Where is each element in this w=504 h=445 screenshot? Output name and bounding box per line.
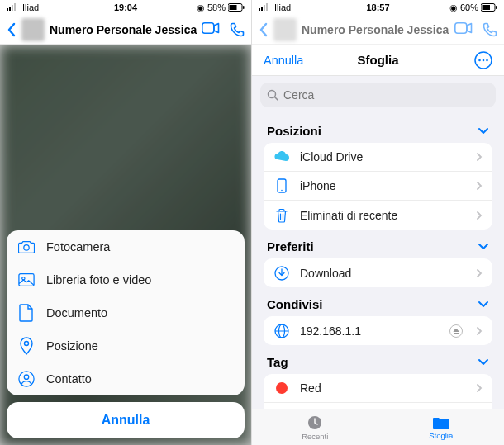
chevron-down-icon (478, 127, 489, 135)
tag-red[interactable]: Red (264, 374, 492, 403)
document-icon (18, 304, 35, 322)
chat-navbar: Numero Personale Jessica (0, 15, 251, 45)
svg-point-8 (24, 244, 29, 249)
attachment-sheet: Fotocamera Libreria foto e video Documen… (0, 224, 251, 445)
clock-icon (307, 414, 323, 431)
folder-icon (432, 415, 450, 430)
section-header-shared[interactable]: Condivisi (264, 287, 492, 316)
chevron-right-icon (476, 326, 483, 336)
section-header-tags[interactable]: Tag (264, 345, 492, 374)
search-field[interactable] (260, 83, 496, 107)
svg-rect-7 (202, 22, 214, 32)
chevron-right-icon (476, 211, 483, 220)
sheet-item-contact[interactable]: Contatto (7, 362, 245, 395)
section-header-favorites[interactable]: Preferiti (264, 230, 492, 258)
svg-line-27 (275, 97, 278, 101)
audio-call-button[interactable] (483, 22, 497, 37)
chevron-right-icon (476, 383, 483, 393)
location-iphone[interactable]: iPhone (264, 172, 492, 201)
svg-point-29 (281, 190, 283, 192)
file-browser-content[interactable]: Posizioni iCloud Drive iPhone Eliminati … (252, 76, 504, 409)
location-pin-icon (18, 337, 35, 355)
section-title: Condivisi (267, 297, 323, 311)
svg-point-23 (478, 59, 481, 61)
row-label: Red (300, 381, 466, 395)
more-button[interactable] (474, 51, 492, 69)
svg-point-25 (486, 59, 488, 61)
icloud-icon (273, 151, 290, 163)
clock: 18:57 (252, 2, 504, 12)
video-call-button[interactable] (454, 22, 473, 37)
search-icon (267, 89, 278, 101)
chevron-down-icon (478, 301, 489, 308)
status-bar: Iliad 18:57 ◉ 60% (252, 0, 504, 15)
browser-cancel-button[interactable]: Annulla (264, 54, 303, 67)
svg-rect-21 (455, 22, 467, 32)
favorite-download[interactable]: Download (264, 258, 492, 287)
sheet-item-label: Documento (46, 306, 107, 320)
clock: 19:04 (0, 2, 251, 12)
row-label: Download (300, 267, 466, 280)
sheet-item-camera[interactable]: Fotocamera (7, 230, 245, 263)
file-browser-header: Annulla Sfoglia (252, 45, 504, 76)
tag-dot-icon (273, 382, 290, 394)
row-label: 192.168.1.1 (300, 324, 440, 338)
image-icon (18, 272, 35, 287)
back-button[interactable] (7, 22, 17, 37)
location-recently-deleted[interactable]: Eliminati di recente (264, 201, 492, 230)
sheet-item-label: Contatto (46, 372, 92, 386)
chat-navbar: Numero Personale Jessica (252, 15, 504, 45)
avatar[interactable] (273, 18, 297, 41)
tab-label: Sfoglia (429, 431, 453, 440)
row-label: iPhone (300, 179, 466, 192)
tag-orange[interactable]: Orange (264, 403, 492, 409)
left-screenshot: Iliad 19:04 ◉ 58% Numero Personale Jessi… (0, 0, 252, 445)
globe-icon (273, 324, 290, 338)
svg-point-11 (25, 341, 29, 345)
tab-browse[interactable]: Sfoglia (378, 409, 505, 445)
contact-icon (18, 370, 35, 388)
tab-bar: Recenti Sfoglia (252, 409, 504, 445)
sheet-item-label: Posizione (46, 339, 98, 353)
row-label: iCloud Drive (300, 150, 466, 163)
section-title: Posizioni (267, 124, 321, 138)
trash-icon (273, 208, 290, 223)
sheet-item-document[interactable]: Documento (7, 296, 245, 329)
back-button[interactable] (259, 22, 269, 37)
right-screenshot: Iliad 18:57 ◉ 60% Numero Personale Jessi… (252, 0, 504, 445)
row-label: Eliminati di recente (300, 209, 466, 222)
sheet-item-library[interactable]: Libreria foto e video (7, 263, 245, 296)
svg-point-13 (24, 375, 28, 379)
section-header-locations[interactable]: Posizioni (264, 114, 492, 143)
status-bar: Iliad 19:04 ◉ 58% (0, 0, 251, 15)
chevron-down-icon (478, 243, 489, 250)
eject-button[interactable] (449, 324, 463, 338)
chat-title[interactable]: Numero Personale Jessica (302, 23, 449, 36)
video-call-button[interactable] (202, 22, 220, 37)
avatar[interactable] (21, 18, 45, 41)
svg-point-24 (483, 59, 485, 61)
sheet-item-location[interactable]: Posizione (7, 329, 245, 362)
sheet-item-label: Libreria foto e video (46, 273, 151, 286)
tab-recent[interactable]: Recenti (252, 409, 378, 445)
tab-label: Recenti (302, 432, 328, 441)
sheet-item-label: Fotocamera (46, 240, 110, 253)
chevron-right-icon (476, 181, 483, 191)
search-input[interactable] (283, 88, 489, 102)
chat-title[interactable]: Numero Personale Jessica (50, 23, 197, 36)
shared-server[interactable]: 192.168.1.1 (264, 316, 492, 345)
download-icon (273, 266, 290, 281)
section-title: Preferiti (267, 239, 314, 253)
iphone-icon (273, 178, 290, 193)
chevron-right-icon (476, 268, 483, 278)
chevron-right-icon (476, 152, 483, 162)
location-icloud[interactable]: iCloud Drive (264, 143, 492, 172)
audio-call-button[interactable] (230, 22, 245, 37)
cancel-button[interactable]: Annulla (7, 402, 245, 438)
svg-rect-9 (19, 273, 34, 286)
section-title: Tag (267, 355, 288, 369)
camera-icon (18, 239, 35, 254)
chevron-down-icon (478, 358, 489, 366)
